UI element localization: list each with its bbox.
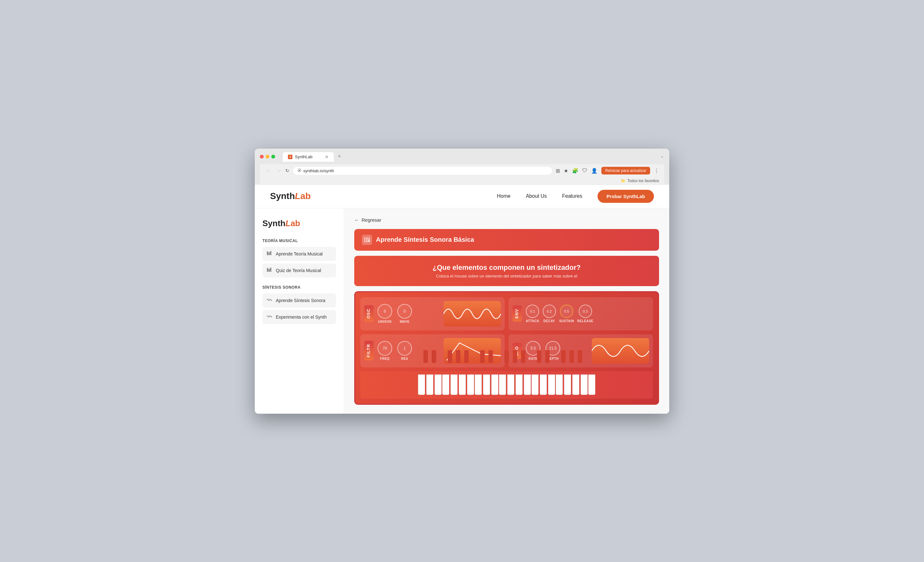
key-f2[interactable] [499, 374, 506, 395]
site-navigation: SynthLab Home About Us Features Probar S… [255, 185, 669, 208]
bookmark-star-icon[interactable]: ★ [564, 168, 568, 174]
tab-menu-button[interactable]: ⌄ [660, 153, 664, 159]
maximize-button[interactable] [272, 155, 275, 159]
key-cs3[interactable] [537, 350, 542, 363]
refresh-button[interactable]: ↻ [285, 168, 289, 173]
key-e1[interactable] [435, 374, 442, 395]
key-g3[interactable] [564, 374, 571, 395]
key-e3[interactable] [548, 374, 555, 395]
env-decay-knob[interactable]: 0.2 [543, 305, 556, 318]
key-c4[interactable] [588, 374, 595, 395]
key-c3[interactable] [531, 374, 538, 395]
key-as3[interactable] [578, 350, 582, 363]
env-controls: 0.1 ATTACK 0.2 DECAY 0.5 [526, 305, 649, 323]
lesson-header: Aprende Síntesis Sonora Básica [354, 229, 659, 251]
nav-home[interactable]: Home [497, 193, 511, 199]
env-sustain-knob[interactable]: 0.5 [560, 305, 573, 318]
key-c2[interactable] [475, 374, 482, 395]
key-gs2[interactable] [513, 350, 517, 363]
svg-rect-1 [268, 252, 270, 255]
key-fs3[interactable] [561, 350, 566, 363]
sidebar-logo-synth: Synth [262, 218, 285, 228]
minimize-button[interactable] [266, 155, 269, 159]
key-d2[interactable] [483, 374, 490, 395]
security-icon[interactable]: 🛡 [582, 168, 587, 173]
browser-chrome: S SynthLab ✕ + ⌄ ← → ↻ ⦿ synthlab.io/syn… [255, 149, 669, 185]
sidebar-item-aprende-teoria[interactable]: Aprende Teoría Musical [262, 247, 336, 261]
close-button[interactable] [260, 155, 264, 159]
new-tab-button[interactable]: + [335, 152, 344, 161]
sidebar-item-label-2: Quiz de Teoría Musical [276, 268, 321, 273]
nav-buttons: ← → ↻ [265, 167, 289, 174]
svg-rect-5 [270, 267, 272, 272]
key-e2[interactable] [491, 374, 498, 395]
reiniciar-button[interactable]: Reiniciar para actualizar [602, 167, 650, 174]
key-ds2[interactable] [489, 350, 493, 363]
back-nav-button[interactable]: ← [265, 167, 273, 174]
sidebar-item-aprende-sintesis[interactable]: Aprende Síntesis Sonora [262, 293, 336, 308]
extensions-icon[interactable]: 🧩 [572, 168, 578, 174]
env-attack-knob[interactable]: 0.1 [526, 305, 539, 318]
key-d1[interactable] [426, 374, 433, 395]
env-label: ENV [512, 305, 522, 322]
env-sustain-group: 0.5 SUSTAIN [559, 305, 574, 323]
key-d3[interactable] [540, 374, 547, 395]
key-g2[interactable] [507, 374, 514, 395]
tab-close-button[interactable]: ✕ [325, 154, 329, 159]
back-button[interactable]: ← Regresar [354, 217, 381, 222]
env-knobs: 0.1 ATTACK 0.2 DECAY 0.5 [526, 305, 649, 323]
env-release-label: RELEASE [577, 319, 593, 323]
key-a3[interactable] [572, 374, 579, 395]
key-a2[interactable] [516, 374, 523, 395]
key-cs2[interactable] [480, 350, 484, 363]
key-gs3[interactable] [570, 350, 574, 363]
key-fs1[interactable] [448, 350, 452, 363]
osc-knobs: 0 UNISON 0 WAVE [378, 304, 440, 323]
key-gs1[interactable] [456, 350, 460, 363]
filtr-freq-knob[interactable]: 70 [378, 341, 392, 356]
osc-unison-knob[interactable]: 0 [378, 304, 392, 319]
sidebar-item-experimenta[interactable]: Experimenta con el Synth [262, 310, 336, 324]
nav-features[interactable]: Features [562, 193, 582, 199]
key-fs2[interactable] [504, 350, 509, 363]
key-as1[interactable] [464, 350, 469, 363]
key-cs1[interactable] [423, 350, 428, 363]
active-tab[interactable]: S SynthLab ✕ [283, 152, 334, 162]
forward-nav-button[interactable]: → [275, 167, 283, 174]
key-ds3[interactable] [545, 350, 550, 363]
osc-wave-knob[interactable]: 0 [397, 304, 412, 319]
key-as2[interactable] [521, 350, 525, 363]
env-release-knob[interactable]: 0.3 [579, 305, 592, 318]
env-module: ENV 0.1 ATTACK 0.2 DECAY [508, 297, 653, 331]
key-g1[interactable] [450, 374, 458, 395]
browser-menu-icon[interactable]: ⋮ [654, 168, 659, 174]
tab-favicon: S [288, 155, 292, 159]
key-b3[interactable] [580, 374, 588, 395]
key-a1[interactable] [459, 374, 466, 395]
tab-grid-icon[interactable]: ⊞ [556, 168, 560, 174]
try-synthlab-button[interactable]: Probar SynthLab [597, 190, 654, 203]
filtr-res-knob[interactable]: 1 [397, 341, 412, 356]
site-logo: SynthLab [270, 191, 311, 201]
question-title: ¿Que elementos componen un sintetizador? [364, 263, 649, 272]
url-bar[interactable]: ⦿ synthlab.io/synth [293, 167, 552, 175]
nav-about[interactable]: About Us [526, 193, 547, 199]
wave-icon-2 [267, 314, 272, 320]
address-bar: ← → ↻ ⦿ synthlab.io/synth ⊞ ★ 🧩 🛡 👤 Rein… [260, 164, 664, 177]
key-b1[interactable] [467, 374, 474, 395]
bookmarks-label[interactable]: Todos los favoritos [627, 179, 659, 183]
folder-icon: 📁 [621, 179, 626, 183]
sidebar-logo: SynthLab [262, 218, 336, 228]
key-f1[interactable] [442, 374, 449, 395]
osc-label: OSC [364, 305, 374, 322]
key-b2[interactable] [524, 374, 531, 395]
osc-module: OSC 0 UNISON 0 WAVE [360, 297, 505, 331]
profile-avatar[interactable]: 👤 [591, 168, 597, 174]
browser-tabs: S SynthLab ✕ + [283, 152, 658, 162]
osc-unison-group: 0 UNISON [378, 304, 392, 323]
sidebar-logo-lab: Lab [285, 218, 300, 228]
key-ds1[interactable] [432, 350, 436, 363]
sidebar-item-quiz-teoria[interactable]: Quiz de Teoría Musical [262, 263, 336, 278]
key-f3[interactable] [556, 374, 563, 395]
key-c1[interactable] [418, 374, 425, 395]
